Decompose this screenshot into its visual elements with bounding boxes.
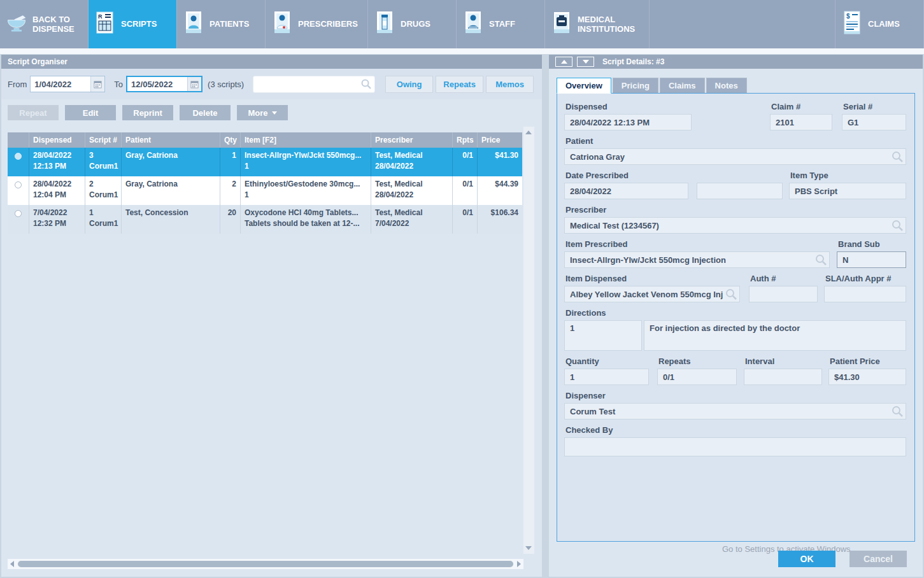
- row-radio[interactable]: [8, 176, 29, 205]
- nav-drugs[interactable]: DRUGS: [368, 0, 457, 48]
- sla-auth-appr-field[interactable]: [824, 286, 906, 302]
- patient-label: Patient: [565, 136, 906, 146]
- dialog-actions: OK Cancel: [778, 551, 907, 567]
- interval-field[interactable]: [744, 369, 822, 385]
- script-details-titlebar: Script Details: #3: [549, 55, 923, 69]
- claim-number-field[interactable]: [770, 114, 832, 130]
- script-details-panel: Script Details: #3 Overview Pricing Clai…: [549, 55, 923, 577]
- tab-notes[interactable]: Notes: [706, 78, 747, 93]
- header-item[interactable]: Item [F2]: [241, 132, 371, 148]
- dispenser-label: Dispenser: [565, 391, 906, 400]
- script-organiser-panel: Script Organiser From To (3 scripts): [1, 55, 542, 577]
- nav-medical-institutions[interactable]: MEDICAL INSTITUTIONS: [545, 0, 650, 48]
- directions-code-field[interactable]: 1: [564, 320, 642, 351]
- memos-button[interactable]: Memos: [486, 76, 534, 93]
- item-prescribed-field[interactable]: [564, 251, 830, 268]
- to-date-input[interactable]: [127, 77, 187, 91]
- header-price[interactable]: Price: [478, 132, 522, 148]
- mortar-pestle-icon: [5, 10, 28, 38]
- scripts-table: Dispensed Script # Patient Qty Item [F2]…: [8, 132, 522, 234]
- top-navigation: BACK TO DISPENSE R SCRIPTS: [0, 0, 924, 48]
- svg-text:$: $: [846, 13, 850, 20]
- row-radio[interactable]: [8, 205, 29, 234]
- nav-scripts[interactable]: R SCRIPTS: [89, 0, 177, 48]
- delete-button[interactable]: Delete: [180, 105, 231, 120]
- prescriber-field[interactable]: [564, 217, 906, 234]
- header-qty[interactable]: Qty: [220, 132, 241, 148]
- header-prescriber[interactable]: Prescriber: [371, 132, 453, 148]
- table-header-row: Dispensed Script # Patient Qty Item [F2]…: [8, 132, 522, 148]
- search-icon[interactable]: [725, 288, 737, 303]
- vertical-scrollbar[interactable]: [523, 127, 534, 554]
- dispensed-field[interactable]: [564, 114, 692, 130]
- from-date-input[interactable]: [31, 76, 90, 92]
- staff-card-icon: [462, 10, 485, 38]
- scroll-down-icon[interactable]: [525, 546, 532, 550]
- nav-back-to-dispense[interactable]: BACK TO DISPENSE: [0, 0, 89, 48]
- search-icon[interactable]: [814, 253, 827, 269]
- header-patient[interactable]: Patient: [122, 132, 220, 148]
- patient-price-label: Patient Price: [830, 356, 906, 366]
- checked-by-field[interactable]: [564, 437, 906, 456]
- scrollbar-thumb[interactable]: [18, 561, 513, 567]
- divider-strip: [0, 48, 924, 54]
- unlabeled-field[interactable]: [697, 183, 783, 199]
- header-dispensed[interactable]: Dispensed: [29, 132, 85, 148]
- nav-claims[interactable]: $ CLAIMS: [835, 0, 924, 48]
- horizontal-scrollbar[interactable]: [8, 559, 523, 569]
- item-type-field[interactable]: [789, 183, 906, 199]
- more-button[interactable]: More: [237, 105, 288, 120]
- scroll-up-icon[interactable]: [525, 130, 532, 134]
- header-rpts[interactable]: Rpts: [453, 132, 478, 148]
- dispenser-field[interactable]: [564, 403, 906, 419]
- reprint-button[interactable]: Reprint: [122, 105, 173, 120]
- table-row[interactable]: 28/04/202212:04 PM 2Corum1 Gray, Catrion…: [8, 176, 522, 205]
- tab-overview[interactable]: Overview: [557, 78, 611, 94]
- search-icon[interactable]: [891, 219, 904, 234]
- brand-sub-field[interactable]: [837, 251, 906, 268]
- previous-script-button[interactable]: [555, 57, 572, 67]
- quantity-field[interactable]: [564, 369, 649, 385]
- calendar-icon[interactable]: [90, 76, 104, 92]
- chevron-down-icon: [272, 111, 277, 115]
- row-radio[interactable]: [8, 148, 29, 176]
- tab-pricing[interactable]: Pricing: [613, 78, 658, 93]
- cancel-button[interactable]: Cancel: [849, 551, 907, 567]
- ok-button[interactable]: OK: [778, 551, 835, 567]
- serial-number-field[interactable]: [842, 114, 906, 130]
- repeat-button[interactable]: Repeat: [8, 105, 59, 120]
- search-icon[interactable]: [891, 405, 904, 420]
- scroll-right-icon[interactable]: [517, 561, 521, 567]
- directions-text-field[interactable]: For injection as directed by the doctor: [644, 320, 906, 351]
- table-row[interactable]: 7/04/202212:32 PM 1Corum1 Test, Concessi…: [8, 205, 522, 234]
- header-script[interactable]: Script #: [85, 132, 122, 148]
- auth-number-field[interactable]: [749, 286, 818, 302]
- repeats-button[interactable]: Repeats: [436, 76, 483, 93]
- nav-patients[interactable]: PATIENTS: [177, 0, 266, 48]
- script-search-input[interactable]: [253, 76, 375, 93]
- script-organiser-titlebar: Script Organiser: [1, 55, 542, 69]
- claims-invoice-icon: $: [841, 10, 864, 38]
- edit-button[interactable]: Edit: [65, 105, 116, 120]
- owing-button[interactable]: Owing: [385, 76, 433, 93]
- nav-staff[interactable]: STAFF: [457, 0, 545, 48]
- search-icon[interactable]: [891, 150, 904, 166]
- sla-auth-appr-label: SLA/Auth Appr #: [825, 274, 906, 283]
- scroll-left-icon[interactable]: [10, 561, 14, 567]
- arrow-up-icon: [561, 60, 567, 64]
- filter-row: From To (3 scripts): [1, 69, 542, 99]
- repeats-field[interactable]: [657, 369, 737, 385]
- from-date-field: [30, 76, 105, 92]
- patient-field[interactable]: [564, 148, 906, 165]
- table-row[interactable]: 28/04/202212:13 PM 3Corum1 Gray, Catrion…: [8, 148, 522, 176]
- nav-label: STAFF: [489, 19, 515, 29]
- next-script-button[interactable]: [577, 57, 594, 67]
- date-prescribed-field[interactable]: [564, 183, 688, 199]
- details-title: Script Details: #3: [602, 57, 664, 66]
- tab-claims[interactable]: Claims: [660, 78, 705, 93]
- patient-price-field[interactable]: [828, 369, 906, 385]
- nav-prescribers[interactable]: PRESCRIBERS: [266, 0, 368, 48]
- item-dispensed-field[interactable]: [564, 286, 740, 302]
- nav-label: DRUGS: [401, 19, 430, 29]
- calendar-icon[interactable]: [187, 77, 201, 91]
